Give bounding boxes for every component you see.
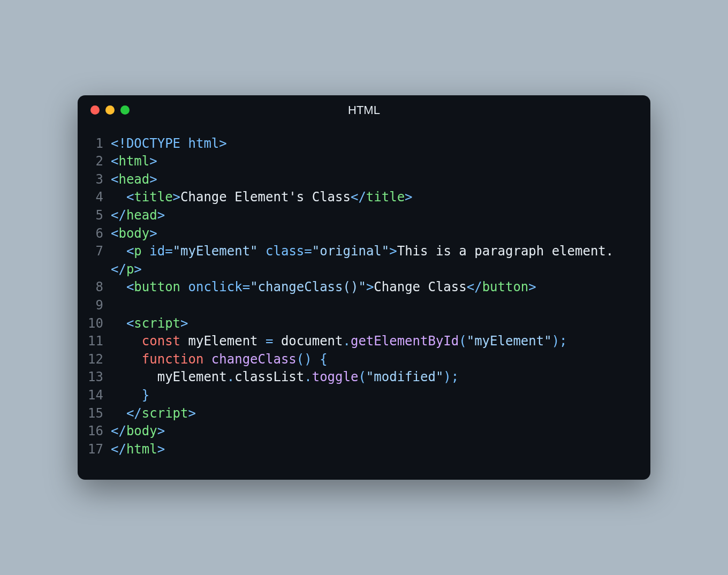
token: < bbox=[126, 279, 134, 294]
line-number: 17 bbox=[87, 441, 111, 459]
code-line: 6<body> bbox=[87, 225, 641, 243]
token: ( bbox=[358, 369, 366, 384]
token: </ bbox=[351, 190, 366, 205]
token: > bbox=[389, 244, 397, 259]
code-content: function changeClass() { bbox=[111, 351, 641, 369]
token: Change Element's Class bbox=[180, 190, 351, 205]
token: { bbox=[320, 352, 327, 367]
line-number: 3 bbox=[87, 171, 111, 189]
code-content: <!DOCTYPE html> bbox=[111, 135, 641, 153]
token: script bbox=[142, 406, 188, 421]
token: id bbox=[149, 244, 165, 259]
code-content: </head> bbox=[111, 207, 641, 225]
token: "changeClass()" bbox=[250, 279, 366, 294]
token: > bbox=[180, 316, 188, 331]
token bbox=[312, 352, 320, 367]
token: ) bbox=[552, 334, 559, 349]
minimize-icon[interactable] bbox=[105, 105, 115, 115]
code-line: 13 myElement.classList.toggle("modified"… bbox=[87, 368, 641, 387]
token: changeClass bbox=[211, 352, 297, 367]
token: < bbox=[126, 190, 134, 205]
line-number: 6 bbox=[87, 225, 111, 243]
line-number: 15 bbox=[87, 405, 111, 423]
token: onclick bbox=[188, 279, 242, 294]
code-line: 9 bbox=[87, 297, 641, 315]
token: = bbox=[165, 244, 172, 259]
token: ; bbox=[559, 334, 567, 349]
token: html bbox=[118, 154, 149, 169]
token: "modified" bbox=[366, 369, 444, 384]
token: > bbox=[149, 226, 157, 241]
close-icon[interactable] bbox=[90, 105, 100, 115]
token: > bbox=[157, 423, 165, 438]
token: </ bbox=[126, 406, 142, 421]
token: < bbox=[126, 244, 134, 259]
line-number: 10 bbox=[87, 315, 111, 333]
window-title: HTML bbox=[78, 103, 650, 117]
line-number: 12 bbox=[87, 351, 111, 369]
code-line: 14 } bbox=[87, 387, 641, 405]
code-line: 15 </script> bbox=[87, 405, 641, 423]
token: ) bbox=[304, 352, 312, 367]
code-content: } bbox=[111, 387, 641, 405]
code-line: 16</body> bbox=[87, 422, 641, 441]
token: title bbox=[134, 190, 172, 205]
token: ( bbox=[459, 334, 466, 349]
token: < bbox=[111, 226, 118, 241]
code-line: 2<html> bbox=[87, 153, 641, 171]
code-content: <title>Change Element's Class</title> bbox=[111, 188, 641, 207]
token bbox=[203, 352, 211, 367]
token bbox=[111, 279, 126, 294]
token bbox=[111, 190, 126, 205]
line-number: 9 bbox=[87, 297, 111, 315]
token: } bbox=[142, 388, 149, 403]
titlebar: HTML bbox=[78, 95, 650, 125]
token bbox=[111, 244, 126, 259]
token: Change Class bbox=[374, 279, 466, 294]
token: myElement bbox=[188, 334, 258, 349]
token: title bbox=[366, 190, 405, 205]
token: > bbox=[149, 172, 157, 187]
code-line: 7 <p id="myElement" class="original">Thi… bbox=[87, 243, 641, 278]
token: < bbox=[126, 316, 134, 331]
code-content: <body> bbox=[111, 225, 641, 243]
code-line: 8 <button onclick="changeClass()">Change… bbox=[87, 278, 641, 297]
line-number: 2 bbox=[87, 153, 111, 171]
code-line: 1<!DOCTYPE html> bbox=[87, 135, 641, 153]
token: . bbox=[343, 334, 351, 349]
token: classList bbox=[234, 369, 304, 384]
token: head bbox=[118, 172, 149, 187]
code-content: </body> bbox=[111, 422, 641, 441]
token: = bbox=[242, 279, 250, 294]
code-content: <button onclick="changeClass()">Change C… bbox=[111, 278, 641, 297]
code-content: myElement.classList.toggle("modified"); bbox=[111, 368, 641, 387]
token: ; bbox=[451, 369, 459, 384]
code-content: const myElement = document.getElementByI… bbox=[111, 332, 641, 351]
code-editor[interactable]: 1<!DOCTYPE html>2<html>3<head>4 <title>C… bbox=[78, 125, 650, 480]
token: document bbox=[281, 334, 343, 349]
code-content: <p id="myElement" class="original">This … bbox=[111, 243, 641, 278]
token: p bbox=[126, 262, 134, 277]
token: head bbox=[126, 208, 157, 223]
token: > bbox=[528, 279, 536, 294]
token: ) bbox=[443, 369, 451, 384]
token: < bbox=[111, 154, 118, 169]
token: button bbox=[482, 279, 529, 294]
token bbox=[111, 334, 142, 349]
token: > bbox=[366, 279, 374, 294]
token: > bbox=[188, 406, 196, 421]
token bbox=[111, 388, 142, 403]
token: <! bbox=[111, 136, 126, 151]
token: > bbox=[219, 136, 226, 151]
token: > bbox=[134, 262, 141, 277]
token: script bbox=[134, 316, 180, 331]
token: . bbox=[304, 369, 312, 384]
line-number: 4 bbox=[87, 188, 111, 207]
token: . bbox=[227, 369, 234, 384]
line-number: 11 bbox=[87, 332, 111, 351]
token bbox=[180, 279, 188, 294]
token: "original" bbox=[312, 244, 390, 259]
token: < bbox=[111, 172, 118, 187]
code-line: 3<head> bbox=[87, 171, 641, 189]
maximize-icon[interactable] bbox=[120, 105, 130, 115]
